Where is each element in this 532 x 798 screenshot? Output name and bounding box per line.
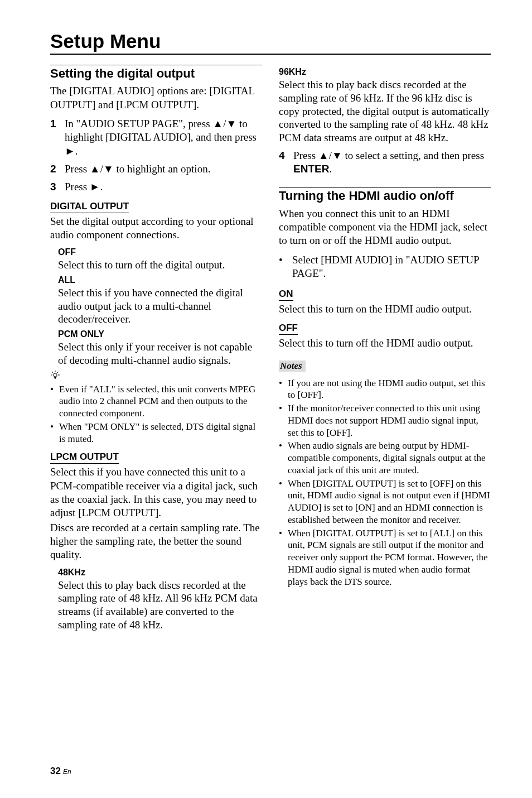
bullet-dot: • <box>50 383 59 396</box>
tip-icon <box>50 371 262 381</box>
page-number-value: 32 <box>50 766 61 776</box>
digital-output-body: Set the digital output according to your… <box>50 215 262 242</box>
option-48khz: 48KHz Select this to play back discs rec… <box>50 568 262 632</box>
step-4: 4 Press ▲/▼ to select a setting, and the… <box>279 149 491 176</box>
notes-label: Notes <box>279 360 306 372</box>
page-number: 32 En <box>50 766 71 777</box>
note-text: When [DIGITAL OUTPUT] is set to [ALL] on… <box>288 527 491 588</box>
step4-post: . <box>329 163 332 175</box>
section-rule <box>279 187 491 188</box>
step-text: Press ▲/▼ to select a setting, and then … <box>293 149 491 176</box>
note-text: When audio signals are being output by H… <box>288 440 491 476</box>
step-text: In "AUDIO SETUP PAGE", press ▲/▼ to high… <box>65 117 262 158</box>
subheading-off: OFF <box>279 323 298 335</box>
option-96khz: 96KHz Select this to play back discs rec… <box>279 67 491 145</box>
section-title-digital: Setting the digital output <box>50 66 262 81</box>
page-number-suffix: En <box>63 768 71 776</box>
off-text: Select this to turn off the HDMI audio o… <box>279 336 491 350</box>
note-text: If you are not using the HDMI audio outp… <box>288 377 491 402</box>
right-column: 96KHz Select this to play back discs rec… <box>279 65 491 635</box>
svg-rect-7 <box>55 378 56 378</box>
option-label: ALL <box>58 275 262 285</box>
hdmi-action: • Select [HDMI AUDIO] in "AUDIO SETUP PA… <box>279 253 491 281</box>
tips-list: •Even if "ALL" is selected, this unit co… <box>50 383 262 445</box>
subheading-lpcm: LPCM OUTPUT <box>50 451 119 464</box>
left-column: Setting the digital output The [DIGITAL … <box>50 65 262 635</box>
option-pcm-only: PCM ONLY Select this only if your receiv… <box>50 329 262 367</box>
section-intro-digital: The [DIGITAL AUDIO] options are: [DIGITA… <box>50 84 262 112</box>
option-text: Select this only if your receiver is not… <box>58 340 262 367</box>
subheading-on: ON <box>279 289 293 301</box>
bullet-dot: • <box>279 527 288 540</box>
step-text: Press ►. <box>65 180 262 194</box>
bullet-dot: • <box>279 377 288 390</box>
svg-rect-6 <box>54 377 56 378</box>
svg-line-2 <box>57 372 59 373</box>
option-label: OFF <box>58 247 262 257</box>
tip-text: Even if "ALL" is selected, this unit con… <box>59 383 262 420</box>
lpcm-body-1: Select this if you have connected this u… <box>50 465 262 520</box>
section-rule <box>50 65 262 65</box>
step-text: Press ▲/▼ to highlight an option. <box>65 162 262 176</box>
option-text: Select this to turn off the digital outp… <box>58 258 262 272</box>
tip-text: When "PCM ONLY" is selected, DTS digital… <box>59 421 262 445</box>
enter-key-label: ENTER <box>293 163 329 175</box>
note-text: When [DIGITAL OUTPUT] is set to [OFF] on… <box>288 478 491 526</box>
section-title-hdmi: Turning the HDMI audio on/off <box>279 189 491 203</box>
svg-point-5 <box>54 373 57 377</box>
option-label: PCM ONLY <box>58 329 262 339</box>
bullet-dot: • <box>279 402 288 415</box>
step-number: 1 <box>50 117 65 131</box>
subheading-digital-output: DIGITAL OUTPUT <box>50 201 129 213</box>
lpcm-body-2: Discs are recorded at a certain sampling… <box>50 521 262 562</box>
option-all: ALL Select this if you have connected th… <box>50 275 262 326</box>
bullet-dot: • <box>279 478 288 490</box>
svg-line-1 <box>52 372 53 373</box>
bullet-dot: • <box>50 421 59 433</box>
bullet-dot: • <box>279 253 292 267</box>
hdmi-action-text: Select [HDMI AUDIO] in "AUDIO SETUP PAGE… <box>292 253 491 281</box>
bullet-dot: • <box>279 440 288 452</box>
step-number: 3 <box>50 180 65 194</box>
option-label: 96KHz <box>279 67 491 77</box>
step4-pre: Press ▲/▼ to select a setting, and then … <box>293 150 484 161</box>
chapter-rule <box>50 54 491 55</box>
step-number: 4 <box>279 149 293 162</box>
note-text: If the monitor/receiver connected to thi… <box>288 402 491 439</box>
digital-steps: 1In "AUDIO SETUP PAGE", press ▲/▼ to hig… <box>50 117 262 194</box>
option-off: OFF Select this to turn off the digital … <box>50 247 262 272</box>
on-text: Select this to turn on the HDMI audio ou… <box>279 302 491 316</box>
option-label: 48KHz <box>58 568 262 578</box>
step-number: 2 <box>50 162 65 176</box>
option-text: Select this to play back discs recorded … <box>279 78 491 145</box>
chapter-title: Setup Menu <box>50 30 491 52</box>
hdmi-intro: When you connect this unit to an HDMI co… <box>279 207 491 248</box>
notes-list: •If you are not using the HDMI audio out… <box>279 377 491 588</box>
option-text: Select this if you have connected the di… <box>58 286 262 326</box>
option-text: Select this to play back discs recorded … <box>58 579 262 632</box>
